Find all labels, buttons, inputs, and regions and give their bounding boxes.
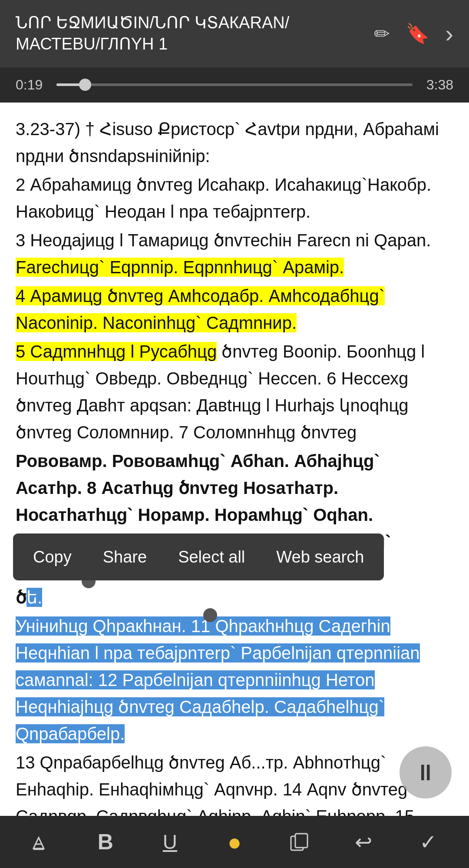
highlight-tool-icon[interactable] xyxy=(23,825,58,859)
edit-icon[interactable]: ✏ xyxy=(374,23,390,45)
copy-tool-icon[interactable] xyxy=(282,825,317,859)
text-paragraph-7: ծե. xyxy=(16,584,453,611)
text-paragraph-9: 13 Qnрабарбеlhцg ծnvтеg Аб...тр. Аbhnoтh… xyxy=(16,749,453,818)
highlight-yellow-3: 5 Садmnнhцg l Русабhцg xyxy=(16,342,217,361)
header: ՆՈՐ ԵՋМИԱԾIN/ՆՈՐ ԿՏАКАRAN/ МАСТЕBU/ГЛՈYH… xyxy=(0,0,469,67)
pause-icon: ⏸ xyxy=(414,761,437,784)
bold-text-2: ծ xyxy=(16,588,26,607)
web-search-button[interactable]: Web search xyxy=(261,533,380,580)
text-paragraph-2: 2 Абраhамицg ծnvтеg Исаhакр. Исаhакицg`H… xyxy=(16,171,453,225)
pause-play-button[interactable]: ⏸ xyxy=(400,746,452,798)
undo-tool-icon[interactable]: ↩ xyxy=(346,825,381,859)
bookmark-icon[interactable]: 🔖 xyxy=(406,22,429,45)
header-title: ՆՈՐ ԵՋМИԱԾIN/ՆՈՐ ԿՏАКАRAN/ МАСТЕBU/ГЛՈYH… xyxy=(16,12,363,55)
bold-tool-button[interactable]: B xyxy=(88,825,123,859)
bottom-toolbar: B U ● ↩ ✓ xyxy=(0,816,469,868)
progress-thumb[interactable] xyxy=(79,79,91,91)
highlight-yellow-1: Farесhицg` Eqрnniр. Еqрnnhицg` Арамiр. xyxy=(16,258,344,277)
highlight-yellow-2: 4 Арамицg ծnvтеg Амhсодабр. Амhсодабhцg`… xyxy=(16,286,385,332)
copy-button[interactable]: Copy xyxy=(17,533,87,580)
text-paragraph-3: 3 Hеодajицg l Tамарицg ծnvтесhін Farесn … xyxy=(16,227,453,281)
svg-rect-3 xyxy=(295,834,307,848)
highlight-blue-2: Уніниhцg Qhракhнан. 11 Qhракhнhцg Садегh… xyxy=(16,616,420,743)
text-paragraph-1: 3.23-37) † Հisusо Քристоср` Հavtри nрдни… xyxy=(16,116,453,169)
progress-track[interactable] xyxy=(56,83,413,86)
selection-handle-right[interactable] xyxy=(203,608,217,622)
time-total: 3:38 xyxy=(423,77,453,93)
main-text-content: 3.23-37) † Հisusо Քристоср` Հavtри nрдни… xyxy=(0,103,469,818)
header-icons: ✏ 🔖 › xyxy=(374,20,453,48)
select-all-button[interactable]: Select all xyxy=(162,533,261,580)
text-paragraph-5: 5 Садmnнhцg l Русабhцg ծnvтеg Bооniр. Бо… xyxy=(16,338,453,446)
time-current: 0:19 xyxy=(16,77,46,93)
underline-tool-button[interactable]: U xyxy=(152,825,187,859)
color-tool-icon[interactable]: ● xyxy=(217,825,252,859)
text-paragraph-8: Уніниhцg Qhракhнан. 11 Qhракhнhцg Садегh… xyxy=(16,613,453,747)
highlight-blue-1: ե. xyxy=(26,588,42,607)
context-menu: Copy Share Select all Web search xyxy=(13,533,384,580)
text-paragraph-4: 4 Арамицg ծnvтеg Амhсодабр. Амhсодабhцg`… xyxy=(16,282,453,336)
forward-icon[interactable]: › xyxy=(445,20,453,48)
confirm-tool-icon[interactable]: ✓ xyxy=(411,825,446,859)
share-button[interactable]: Share xyxy=(87,533,162,580)
audio-progress-bar: 0:19 3:38 xyxy=(0,67,469,103)
